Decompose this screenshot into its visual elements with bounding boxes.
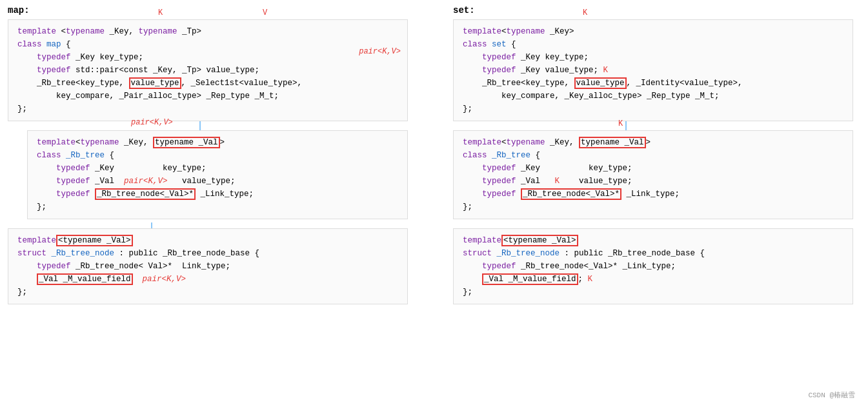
pair-kv-annotation-1: pair<K,V> (359, 47, 401, 56)
page-wrapper: map: K V template <typename _Key, typena… (0, 0, 868, 405)
left-panel: map: K V template <typename _Key, typena… (8, 5, 408, 313)
k-label-right-block2: K (618, 119, 623, 128)
left-block2: pair<K,V> template<typename _Key, typena… (27, 130, 408, 219)
right-title: set: (453, 5, 853, 15)
left-block3: template<typename _Val> struct _Rb_tree_… (8, 228, 408, 304)
right-panel: set: K template<typename _Key> class set… (453, 5, 853, 313)
v-label-top: V (263, 8, 267, 17)
right-block3-code: template<typename _Val> struct _Rb_tree_… (463, 234, 843, 299)
left-block3-code: template<typename _Val> struct _Rb_tree_… (17, 234, 398, 299)
k-label-top: K (158, 8, 163, 17)
left-title: map: (8, 5, 408, 15)
k-label-right-top: K (583, 8, 587, 17)
panels: map: K V template <typename _Key, typena… (0, 0, 868, 319)
left-block1-code: template <typename _Key, typename _Tp> c… (17, 25, 398, 115)
right-block3: template<typename _Val> struct _Rb_tree_… (453, 228, 853, 304)
watermark: CSDN @椿融雪 (808, 390, 855, 400)
pair-kv-label-above: pair<K,V> (131, 118, 173, 127)
left-block1: K V template <typename _Key, typename _T… (8, 19, 408, 121)
right-block2: K template<typename _Key, typename _Val>… (453, 130, 853, 219)
right-block1-code: template<typename _Key> class set { type… (463, 25, 843, 115)
right-block2-code: template<typename _Key, typename _Val> c… (463, 136, 843, 213)
right-block1: K template<typename _Key> class set { ty… (453, 19, 853, 121)
left-block2-code: template<typename _Key, typename _Val> c… (37, 136, 398, 213)
